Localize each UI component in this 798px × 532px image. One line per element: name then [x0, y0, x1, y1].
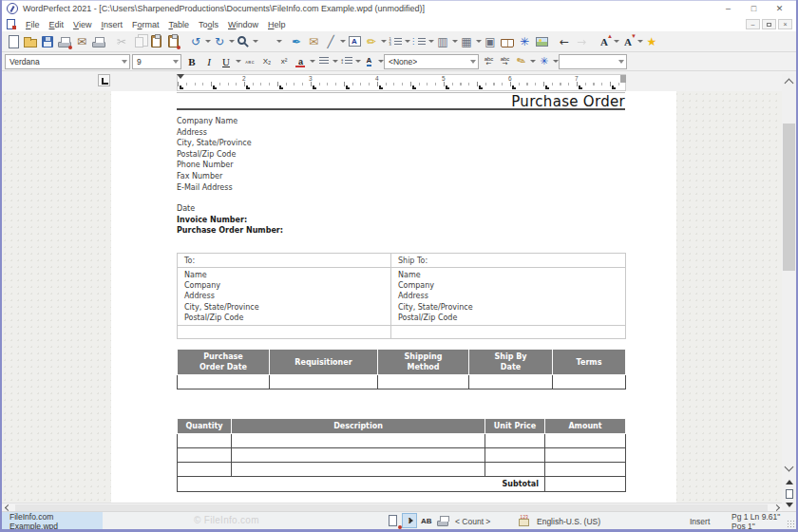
menu-edit[interactable]: Edit	[45, 19, 69, 30]
redo-button[interactable]: ↻	[211, 32, 235, 51]
line-spacing-button-dropdown-icon[interactable]	[354, 53, 361, 70]
go-back-button[interactable]: ←	[556, 32, 573, 51]
redline-button[interactable]: ᴀʙᴄ	[242, 53, 257, 69]
print-envelope-button[interactable]: ✉	[73, 32, 90, 51]
draw-line-dropdown-icon[interactable]	[339, 33, 346, 50]
items-entry-cell[interactable]	[485, 463, 545, 477]
items-entry-cell[interactable]	[545, 463, 626, 477]
po-entry-cell[interactable]	[378, 375, 469, 390]
to-address-cell[interactable]: NameCompanyAddressCity, State/ProvincePo…	[178, 268, 391, 326]
undo-dropdown-icon[interactable]	[204, 33, 211, 50]
ship-to-header-cell[interactable]: Ship To:	[391, 254, 626, 268]
superscript-button[interactable]: x²	[276, 53, 292, 69]
numbered-list-button[interactable]	[387, 32, 410, 51]
items-entry-cell[interactable]	[232, 463, 485, 477]
ship-to-address-cell[interactable]: NameCompanyAddressCity, State/ProvincePo…	[391, 268, 626, 326]
items-entry-cell[interactable]	[178, 463, 232, 477]
tab-stop-marker[interactable]	[579, 86, 582, 89]
numbered-list-dropdown-icon[interactable]	[404, 33, 410, 50]
horizontal-scroll-thumb[interactable]	[15, 504, 768, 511]
tab-stop-marker[interactable]	[313, 86, 316, 89]
previous-word-button[interactable]: abc←	[481, 53, 497, 69]
items-entry-cell[interactable]	[485, 434, 545, 448]
redo-dropdown-icon[interactable]	[228, 33, 235, 50]
po-entry-cell[interactable]	[469, 375, 553, 390]
close-button[interactable]: ✕	[767, 0, 792, 17]
justification-button[interactable]	[315, 53, 332, 69]
vertical-scroll-thumb[interactable]	[783, 124, 795, 271]
highlight-dropdown-icon[interactable]	[380, 33, 387, 50]
menu-table[interactable]: Table	[163, 19, 194, 30]
text-box-button[interactable]	[346, 32, 363, 51]
minimize-button[interactable]: –	[715, 0, 741, 17]
menu-file[interactable]: File	[21, 19, 45, 30]
underline-button[interactable]: U	[218, 53, 234, 69]
quickwords-button[interactable]: ✎	[513, 53, 529, 69]
tab-stop-marker[interactable]	[446, 86, 449, 89]
proofread-pen-button[interactable]: ✒	[288, 32, 305, 51]
document-tab[interactable]: FileInfo.com Example.wpd	[2, 512, 103, 530]
scroll-up-button[interactable]	[782, 75, 796, 87]
items-entry-cell[interactable]	[178, 434, 232, 448]
font-face-combo[interactable]: Verdana	[5, 54, 130, 69]
tab-stop-marker[interactable]	[246, 86, 250, 89]
graphics-frame-button[interactable]: ▣	[482, 32, 499, 51]
tab-stop-marker[interactable]	[612, 86, 616, 89]
italic-button[interactable]: I	[201, 53, 217, 69]
bullet-list-dropdown-icon[interactable]	[428, 33, 434, 50]
style-combo[interactable]: <None>	[384, 54, 479, 69]
left-margin-marker[interactable]	[177, 74, 184, 83]
print-button[interactable]	[90, 32, 107, 51]
quickwords-button-dropdown-icon[interactable]	[529, 53, 536, 70]
selection-style-combo[interactable]	[559, 54, 627, 69]
paste-unformatted-button[interactable]	[164, 32, 181, 51]
menu-format[interactable]: Format	[127, 19, 164, 30]
tab-type-selector-button[interactable]	[98, 74, 110, 86]
po-entry-cell[interactable]	[553, 375, 626, 390]
font-size-up-button[interactable]: A▲	[596, 32, 619, 51]
font-attributes-button[interactable]: A	[361, 53, 377, 69]
document-control-icon[interactable]	[7, 19, 15, 29]
po-entry-cell[interactable]	[270, 375, 378, 390]
tab-stop-marker[interactable]	[279, 86, 283, 89]
table-button[interactable]: ▦	[458, 32, 482, 51]
selection-mode-button[interactable]: I	[402, 513, 417, 528]
chevron-down-icon[interactable]	[173, 60, 179, 66]
table-dropdown-icon[interactable]	[475, 33, 482, 50]
page[interactable]: Purchase Order Company NameAddressCity, …	[111, 91, 676, 503]
symbols-button-dropdown-icon[interactable]	[552, 53, 559, 70]
tab-stop-marker[interactable]	[180, 86, 183, 89]
ruler-strip[interactable]: 234567	[177, 74, 626, 91]
items-entry-cell[interactable]	[178, 448, 232, 463]
items-entry-cell[interactable]	[485, 448, 545, 463]
items-entry-cell[interactable]	[545, 448, 626, 463]
chevron-down-icon[interactable]	[470, 60, 476, 66]
symbols-button[interactable]: ✳	[536, 53, 552, 69]
vertical-scrollbar[interactable]	[782, 74, 796, 511]
print-file-button[interactable]	[56, 32, 73, 51]
tab-stop-marker[interactable]	[412, 86, 416, 89]
chevron-down-icon[interactable]	[618, 60, 624, 66]
insert-date-dropdown-icon[interactable]	[276, 33, 282, 50]
menu-insert[interactable]: Insert	[96, 19, 127, 30]
to-header-cell[interactable]: To:	[178, 254, 391, 268]
font-color-button-dropdown-icon[interactable]	[309, 53, 315, 70]
justification-button-dropdown-icon[interactable]	[332, 53, 338, 70]
subscript-button[interactable]: X₂	[259, 53, 275, 69]
tab-stop-marker[interactable]	[545, 86, 549, 89]
document-close-button[interactable]: ×	[778, 19, 792, 29]
subtotal-amount-cell[interactable]	[545, 477, 626, 492]
ship-to-empty-cell[interactable]	[391, 326, 626, 339]
items-entry-cell[interactable]	[232, 448, 485, 463]
new-blank-document-button[interactable]	[5, 32, 22, 51]
to-empty-cell[interactable]	[178, 326, 391, 339]
columns-button[interactable]: ▥	[434, 32, 458, 51]
scroll-down-button[interactable]	[782, 462, 796, 474]
paste-button[interactable]	[147, 32, 164, 51]
language-indicator[interactable]: English-U.S. (US)	[537, 512, 600, 530]
menu-help[interactable]: Help	[263, 19, 291, 30]
insert-date-button[interactable]	[258, 32, 282, 51]
font-size-down-button[interactable]: A▼	[619, 32, 643, 51]
chevron-down-icon[interactable]	[122, 60, 127, 66]
caps-indicator-button[interactable]: AB	[421, 512, 432, 530]
